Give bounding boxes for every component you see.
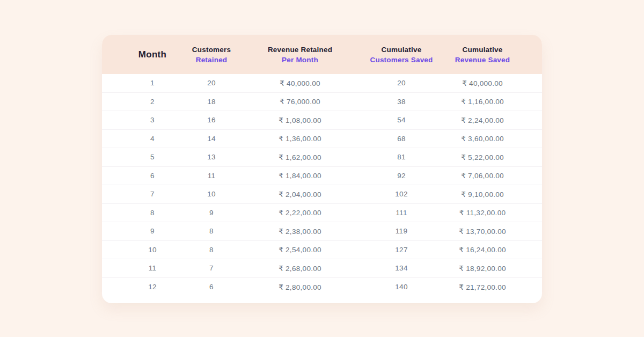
table-cell: ₹ 1,36,00.00 [220,134,380,143]
table-cell: 7 [102,190,203,198]
table-cell: 2 [102,98,203,106]
table-row: 117₹ 2,68,00.00134₹ 18,92,00.00 [102,259,542,278]
table-cell: ₹ 2,80,00.00 [220,283,380,291]
table-cell: 9 [102,227,203,235]
table-cell: ₹ 2,22,00.00 [220,208,380,217]
header-cell-customers-retained: CustomersRetained [203,45,220,65]
table-row: 126₹ 2,80,00.00140₹ 21,72,00.00 [102,278,542,297]
table-cell: 1 [102,79,203,87]
header-title: Cumulative [463,45,503,55]
table-row: 108₹ 2,54,00.00127₹ 16,24,00.00 [102,241,542,260]
table-cell: ₹ 1,16,00.00 [423,97,542,106]
table-cell: 11 [102,264,203,272]
table-cell: 38 [380,98,423,106]
header-cell-cumulative-revenue-saved: CumulativeRevenue Saved [423,45,542,65]
header-title: Month [138,49,166,60]
table-cell: 20 [380,79,423,87]
header-title: Cumulative [382,45,422,55]
table-row: 89₹ 2,22,00.00111₹ 11,32,00.00 [102,204,542,223]
table-cell: ₹ 1,62,00.00 [220,153,380,162]
table-cell: ₹ 13,70,00.00 [423,227,542,236]
table-row: 218₹ 76,000.0038₹ 1,16,00.00 [102,93,542,112]
table-cell: 6 [203,283,220,291]
retention-table-card: MonthCustomersRetainedRevenue RetainedPe… [102,35,542,303]
table-cell: 127 [380,246,423,254]
table-cell: 14 [203,135,220,143]
table-row: 120₹ 40,000.0020₹ 40,000.00 [102,74,542,93]
table-cell: 8 [203,246,220,254]
table-cell: ₹ 40,000.00 [423,79,542,87]
table-cell: 6 [102,172,203,180]
table-cell: ₹ 11,32,00.00 [423,208,542,217]
table-cell: 5 [102,153,203,161]
table-cell: 119 [380,227,423,235]
table-cell: 13 [203,153,220,161]
table-cell: 4 [102,135,203,143]
table-row: 414₹ 1,36,00.0068₹ 3,60,00.00 [102,130,542,149]
table-cell: ₹ 1,08,00.00 [220,116,380,124]
table-cell: 3 [102,116,203,124]
table-cell: 9 [203,209,220,217]
table-row: 513₹ 1,62,00.0081₹ 5,22,00.00 [102,148,542,167]
table-cell: 12 [102,283,203,291]
table-body: 120₹ 40,000.0020₹ 40,000.00218₹ 76,000.0… [102,74,542,296]
table-cell: 102 [380,190,423,198]
table-cell: 20 [203,79,220,87]
table-cell: 8 [102,209,203,217]
table-cell: 10 [203,190,220,198]
table-cell: ₹ 2,04,00.00 [220,190,380,199]
table-cell: ₹ 5,22,00.00 [423,153,542,162]
header-cell-month: Month [102,49,203,60]
table-cell: 8 [203,227,220,235]
table-cell: 16 [203,116,220,124]
header-subtitle: Revenue Saved [455,55,510,65]
table-cell: ₹ 2,24,00.00 [423,116,542,124]
table-cell: 7 [203,264,220,272]
table-cell: 92 [380,172,423,180]
table-cell: 134 [380,264,423,272]
table-cell: 11 [203,172,220,180]
table-cell: 81 [380,153,423,161]
table-row: 98₹ 2,38,00.00119₹ 13,70,00.00 [102,222,542,241]
table-cell: ₹ 76,000.00 [220,97,380,106]
table-header-row: MonthCustomersRetainedRevenue RetainedPe… [102,35,542,74]
table-cell: 140 [380,283,423,291]
table-cell: ₹ 21,72,00.00 [423,283,542,291]
header-cell-cumulative-customers-saved: CumulativeCustomers Saved [380,45,423,65]
table-cell: 68 [380,135,423,143]
table-cell: ₹ 7,06,00.00 [423,171,542,180]
table-cell: 18 [203,98,220,106]
table-cell: ₹ 18,92,00.00 [423,264,542,273]
table-cell: ₹ 2,54,00.00 [220,245,380,254]
table-cell: ₹ 9,10,00.00 [423,190,542,199]
table-cell: ₹ 16,24,00.00 [423,245,542,254]
page-background: MonthCustomersRetainedRevenue RetainedPe… [0,0,644,337]
header-subtitle: Per Month [282,55,318,65]
table-cell: 10 [102,246,203,254]
table-row: 710₹ 2,04,00.00102₹ 9,10,00.00 [102,185,542,204]
table-cell: ₹ 2,68,00.00 [220,264,380,273]
header-cell-revenue-retained-per-month: Revenue RetainedPer Month [220,45,380,65]
table-cell: ₹ 2,38,00.00 [220,227,380,236]
table-cell: 111 [380,209,423,217]
table-row: 316₹ 1,08,00.0054₹ 2,24,00.00 [102,111,542,130]
table-cell: 54 [380,116,423,124]
table-cell: ₹ 40,000.00 [220,79,380,87]
header-title: Revenue Retained [268,45,332,55]
table-cell: ₹ 1,84,00.00 [220,171,380,180]
table-cell: ₹ 3,60,00.00 [423,134,542,143]
table-row: 611₹ 1,84,00.0092₹ 7,06,00.00 [102,167,542,186]
